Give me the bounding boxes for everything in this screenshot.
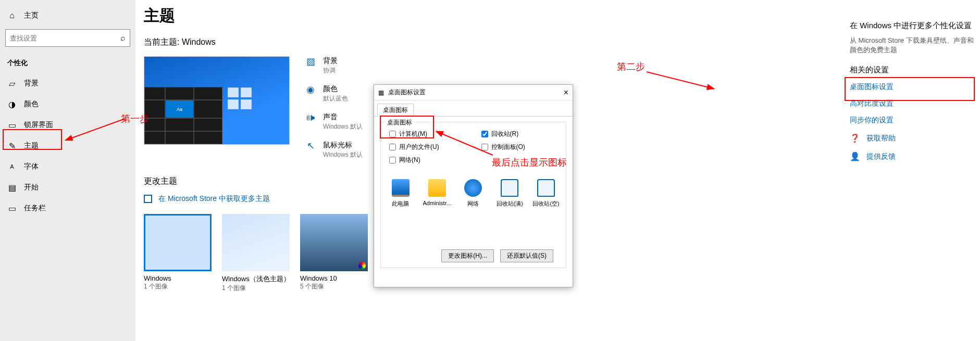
dialog-icon: ▦ (378, 89, 384, 96)
sidebar-item-label: 任务栏 (24, 204, 46, 213)
checkbox-group: 桌面图标 计算机(M) 回收站(R) 用户的文件(U) 控制面板(O) 网络(N… (380, 122, 566, 268)
dialog-buttons: 更改图标(H)... 还原默认值(S) (386, 249, 561, 262)
home-item[interactable]: ⌂ 主页 (0, 5, 135, 26)
icon-recycle-full[interactable]: 回收站(满) (495, 179, 524, 208)
picture-icon: ▱ (7, 79, 17, 88)
check-controlpanel[interactable]: 控制面板(O) (481, 143, 558, 151)
sidebar-item-color[interactable]: ◑ 颜色 (0, 94, 135, 115)
search-box[interactable]: ⌕ (5, 29, 130, 47)
check-computer[interactable]: 计算机(M) (389, 130, 466, 138)
windows-logo-icon (227, 85, 253, 113)
flower-icon (358, 262, 366, 269)
taskbar-icon: ▭ (7, 204, 17, 213)
link-high-contrast[interactable]: 高对比度设置 (850, 99, 975, 108)
home-label: 主页 (24, 11, 39, 20)
page-title: 主题 (144, 5, 561, 27)
desktop-icon-dialog: ▦ 桌面图标设置 × 桌面图标 桌面图标 计算机(M) 回收站(R) 用户的文件… (374, 84, 573, 287)
help-icon: ❓ (850, 133, 860, 143)
right-desc1: 从 Microsoft Store 下载兼具壁纸、声音和颜色的免费主题 (850, 36, 975, 55)
svg-rect-0 (228, 87, 239, 97)
theme-properties: ▨ 背景协调 ◉ 颜色默认蓝色 🕪 声音Windows 默认 ↖ 鼠标光标Win… (305, 56, 363, 159)
check-recycle[interactable]: 回收站(R) (481, 130, 558, 138)
theme-thumb (144, 214, 212, 271)
right-heading1: 在 Windows 中进行更多个性化设置 (850, 21, 975, 31)
start-menu-preview: Aa (144, 87, 222, 144)
link-desktop-icon-settings[interactable]: 桌面图标设置 (850, 82, 975, 92)
annotation-step2-label: 第二步 (617, 60, 645, 73)
sidebar-item-start[interactable]: ▤ 开始 (0, 177, 135, 198)
check-userfiles[interactable]: 用户的文件(U) (389, 143, 466, 151)
check-network[interactable]: 网络(N) (389, 156, 466, 165)
prop-background[interactable]: ▨ 背景协调 (305, 56, 363, 75)
icons-row: 此电脑 Administr... 网络 回收站(满) 回收站(空) (386, 179, 561, 208)
icon-user-folder[interactable]: Administr... (423, 179, 452, 208)
right-heading2: 相关的设置 (850, 65, 975, 75)
lock-icon: ▭ (7, 120, 17, 130)
svg-rect-3 (241, 99, 252, 109)
font-icon: A (7, 162, 17, 171)
sidebar-item-background[interactable]: ▱ 背景 (0, 73, 135, 94)
sound-icon: 🕪 (305, 112, 316, 123)
store-link-label: 在 Microsoft Store 中获取更多主题 (158, 194, 270, 204)
dialog-titlebar[interactable]: ▦ 桌面图标设置 × (374, 85, 573, 100)
sidebar-item-label: 开始 (24, 183, 39, 192)
theme-preview[interactable]: Aa (144, 56, 290, 145)
theme-card[interactable]: Windows（浅色主题） 1 个图像 (222, 214, 295, 293)
sidebar-item-lockscreen[interactable]: ▭ 锁屏界面 (0, 115, 135, 135)
sidebar-item-label: 背景 (24, 79, 39, 88)
close-icon[interactable]: × (564, 88, 568, 97)
feedback-icon: 👤 (850, 151, 860, 161)
tab-desktop-icons[interactable]: 桌面图标 (377, 104, 414, 117)
home-icon: ⌂ (7, 11, 17, 20)
restore-default-button[interactable]: 还原默认值(S) (500, 249, 553, 262)
dialog-tabs: 桌面图标 (374, 100, 573, 117)
sidebar-item-taskbar[interactable]: ▭ 任务栏 (0, 198, 135, 219)
sidebar-item-label: 字体 (24, 162, 39, 171)
svg-line-5 (647, 72, 709, 87)
sidebar-item-label: 主题 (24, 141, 39, 150)
link-help[interactable]: ❓ 获取帮助 (850, 133, 975, 143)
group-legend: 桌面图标 (385, 118, 414, 127)
palette-icon: ◑ (7, 99, 17, 109)
prop-sound[interactable]: 🕪 声音Windows 默认 (305, 112, 363, 131)
search-icon: ⌕ (120, 33, 126, 43)
search-input[interactable] (10, 34, 120, 42)
change-icon-button[interactable]: 更改图标(H)... (441, 249, 494, 262)
sidebar-item-font[interactable]: A 字体 (0, 156, 135, 177)
link-feedback[interactable]: 👤 提供反馈 (850, 151, 975, 161)
theme-card[interactable]: Windows 1 个图像 (144, 214, 217, 293)
annotation-arrow-step2 (644, 67, 717, 93)
icon-recycle-empty[interactable]: 回收站(空) (531, 179, 561, 208)
sidebar-item-label: 颜色 (24, 99, 39, 109)
picture-icon: ▨ (305, 56, 316, 67)
palette-icon: ◉ (305, 84, 316, 95)
sidebar-item-label: 锁屏界面 (24, 120, 53, 130)
icon-network[interactable]: 网络 (459, 179, 488, 208)
svg-rect-2 (228, 99, 239, 109)
right-panel: 在 Windows 中进行更多个性化设置 从 Microsoft Store 下… (850, 21, 975, 170)
category-label: 个性化 (0, 54, 135, 73)
theme-card[interactable]: Windows 10 5 个图像 (300, 214, 373, 293)
svg-rect-1 (241, 87, 252, 97)
store-icon (144, 195, 152, 203)
prop-color[interactable]: ◉ 颜色默认蓝色 (305, 84, 363, 103)
current-theme-label: 当前主题: Windows (144, 37, 561, 48)
theme-icon: ✎ (7, 141, 17, 150)
dialog-title: 桌面图标设置 (388, 88, 426, 97)
start-icon: ▤ (7, 183, 17, 192)
prop-cursor[interactable]: ↖ 鼠标光标Windows 默认 (305, 141, 363, 159)
cursor-icon: ↖ (305, 141, 316, 151)
theme-thumb (300, 214, 368, 271)
icon-this-pc[interactable]: 此电脑 (386, 179, 415, 208)
link-sync-settings[interactable]: 同步你的设置 (850, 116, 975, 125)
sidebar-item-theme[interactable]: ✎ 主题 (0, 135, 135, 156)
theme-thumb (222, 214, 290, 271)
sidebar: ⌂ 主页 ⌕ 个性化 ▱ 背景 ◑ 颜色 ▭ 锁屏界面 ✎ 主题 A 字体 ▤ … (0, 0, 135, 341)
